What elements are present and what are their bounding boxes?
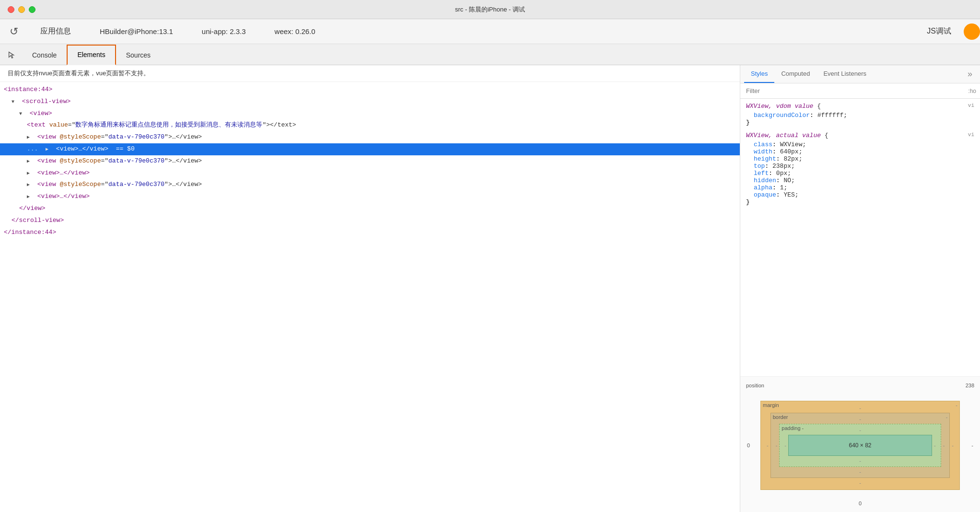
- app-info-label: 应用信息: [26, 26, 85, 36]
- orange-avatar: [964, 23, 980, 40]
- box-model: position 238 margin - - - border -: [740, 376, 980, 512]
- notice-bar: 目前仅支持nvue页面查看元素，vue页面暂不支持。: [0, 65, 740, 82]
- close-button[interactable]: [8, 6, 14, 13]
- styles-filter-bar: :ho: [740, 83, 980, 99]
- dom-line[interactable]: </instance:44>: [0, 227, 740, 239]
- dom-tree[interactable]: <instance:44> ▼ <scroll-view> ▼ <view> <…: [0, 82, 740, 512]
- styles-filter-input[interactable]: [744, 85, 968, 96]
- minimize-button[interactable]: [18, 6, 25, 13]
- tab-computed[interactable]: Computed: [774, 65, 817, 83]
- js-debug-button[interactable]: JS调试: [927, 26, 951, 36]
- tab-console[interactable]: Console: [22, 45, 67, 65]
- style-property: opaque: YES;: [746, 191, 974, 198]
- margin-box: margin - - - border - - -: [760, 401, 960, 490]
- style-property: alpha: 1;: [746, 184, 974, 191]
- dom-line[interactable]: ▶ <view @styleScope="data-v-79e0c370">…<…: [0, 179, 740, 191]
- maximize-button[interactable]: [29, 6, 35, 13]
- position-value: 238: [966, 383, 974, 388]
- style-property: class: WXView;: [746, 141, 974, 148]
- right-value: -: [971, 442, 973, 448]
- refresh-button[interactable]: ↺: [10, 25, 18, 38]
- cursor-icon[interactable]: [5, 48, 18, 61]
- bottom-value: 0: [746, 500, 974, 506]
- left-value: 0: [747, 442, 750, 448]
- dom-line-selected[interactable]: ... ▶ <view>…</view> == $0: [0, 143, 740, 155]
- styles-panel: Styles Computed Event Listeners » :ho WX…: [740, 65, 980, 512]
- style-property: left: 0px;: [746, 170, 974, 177]
- content-box: 640 × 82: [788, 435, 932, 456]
- dom-line[interactable]: </view>: [0, 203, 740, 215]
- weex-info: weex: 0.26.0: [260, 27, 330, 35]
- dom-line[interactable]: </scroll-view>: [0, 215, 740, 227]
- dom-line[interactable]: ▼ <scroll-view>: [0, 96, 740, 108]
- title-bar: src - 陈晨的iPhone - 调试: [0, 0, 980, 19]
- border-box: border - - - padding - - -: [770, 413, 950, 478]
- styles-content: WXView, vdom value { vi backgroundColor:…: [740, 99, 980, 376]
- style-property: width: 640px;: [746, 148, 974, 155]
- style-property: hidden: NO;: [746, 177, 974, 184]
- dom-line[interactable]: ▶ <view @styleScope="data-v-79e0c370">…<…: [0, 131, 740, 143]
- uniapp-info: uni-app: 2.3.3: [187, 27, 260, 35]
- more-tabs-icon[interactable]: »: [964, 65, 976, 83]
- style-rule-vdom: WXView, vdom value { vi backgroundColor:…: [746, 103, 974, 126]
- style-property: backgroundColor: #ffffff;: [746, 112, 974, 119]
- tab-sources[interactable]: Sources: [116, 45, 161, 65]
- filter-hint: :ho: [968, 88, 976, 94]
- info-bar: ↺ 应用信息 HBuilder@iPhone:13.1 uni-app: 2.3…: [0, 19, 980, 44]
- device-info: HBuilder@iPhone:13.1: [85, 27, 187, 35]
- tab-styles[interactable]: Styles: [744, 65, 774, 83]
- style-rule-actual: WXView, actual value { vi class: WXView;…: [746, 132, 974, 206]
- style-property: top: 238px;: [746, 163, 974, 170]
- dom-line[interactable]: ▶ <view>…</view>: [0, 191, 740, 203]
- rule-header: WXView, actual value { vi: [746, 132, 974, 139]
- rule-header: WXView, vdom value { vi: [746, 103, 974, 110]
- style-property: height: 82px;: [746, 155, 974, 163]
- dom-line[interactable]: ▼ <view>: [0, 108, 740, 120]
- dom-line[interactable]: <text value="数字角标通用来标记重点信息使用，如接受到新消息、有未读…: [0, 119, 740, 131]
- position-label: position: [746, 383, 764, 388]
- main-content: 目前仅支持nvue页面查看元素，vue页面暂不支持。 <instance:44>…: [0, 65, 980, 512]
- padding-box: padding - - - 640 × 82 -: [779, 424, 941, 467]
- dom-line[interactable]: ▶ <view @styleScope="data-v-79e0c370">…<…: [0, 155, 740, 167]
- traffic-lights: [8, 6, 35, 13]
- tab-event-listeners[interactable]: Event Listeners: [817, 65, 873, 83]
- dom-line[interactable]: <instance:44>: [0, 84, 740, 96]
- tab-elements[interactable]: Elements: [67, 45, 116, 65]
- dom-line[interactable]: ▶ <view>…</view>: [0, 167, 740, 179]
- styles-tabs: Styles Computed Event Listeners »: [740, 65, 980, 83]
- window-title: src - 陈晨的iPhone - 调试: [455, 5, 525, 14]
- tab-bar: Console Elements Sources: [0, 44, 980, 65]
- dom-panel: 目前仅支持nvue页面查看元素，vue页面暂不支持。 <instance:44>…: [0, 65, 740, 512]
